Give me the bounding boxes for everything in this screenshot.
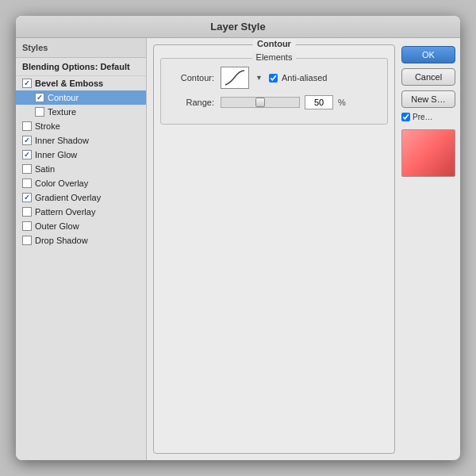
dialog-title: Layer Style [16, 16, 460, 38]
contour-section-title: Contour [252, 39, 296, 48]
range-slider-container: 50 % [221, 95, 346, 109]
inner-shadow-label: Inner Shadow [35, 136, 89, 145]
bevel-emboss-checkbox[interactable] [22, 79, 32, 88]
preview-thumbnail [401, 129, 455, 177]
contour-field-label: Contour: [171, 73, 214, 83]
inner-glow-checkbox[interactable] [22, 150, 32, 159]
pattern-overlay-checkbox[interactable] [22, 207, 32, 217]
dialog-right-buttons: OK Cancel New S… Pre… [401, 38, 460, 460]
middle-content: Contour Elements Contour: ▼ [147, 38, 401, 460]
texture-checkbox[interactable] [35, 107, 44, 117]
preview-checkbox[interactable] [401, 113, 410, 121]
color-overlay-label: Color Overlay [35, 178, 88, 188]
stroke-label: Stroke [35, 121, 60, 131]
anti-alias-row: Anti-aliased [269, 73, 327, 83]
contour-dropdown-arrow[interactable]: ▼ [255, 74, 263, 82]
range-value-input[interactable]: 50 [305, 95, 333, 109]
elements-label: Elements [252, 52, 297, 62]
inner-glow-label: Inner Glow [35, 150, 77, 159]
sidebar-item-contour[interactable]: Contour [16, 90, 146, 105]
outer-glow-checkbox[interactable] [22, 221, 32, 231]
gradient-overlay-label: Gradient Overlay [35, 193, 101, 202]
layer-style-dialog: Layer Style Styles Blending Options: Def… [16, 16, 460, 460]
sidebar-item-satin[interactable]: Satin [16, 162, 146, 176]
satin-label: Satin [35, 164, 55, 174]
sidebar-item-stroke[interactable]: Stroke [16, 119, 146, 133]
contour-preview-button[interactable] [221, 67, 249, 89]
blending-options-item[interactable]: Blending Options: Default [16, 58, 146, 76]
contour-row: Contour: ▼ Anti-aliased [171, 67, 378, 89]
sidebar-item-texture[interactable]: Texture [16, 105, 146, 119]
sidebar-item-inner-glow[interactable]: Inner Glow [16, 148, 146, 162]
range-label: Range: [171, 98, 214, 107]
dialog-body: Styles Blending Options: Default Bevel &… [16, 38, 460, 460]
outer-glow-label: Outer Glow [35, 221, 79, 231]
preview-row: Pre… [401, 113, 455, 121]
percent-sign: % [338, 98, 346, 107]
sidebar-item-gradient-overlay[interactable]: Gradient Overlay [16, 190, 146, 205]
inner-shadow-checkbox[interactable] [22, 136, 32, 145]
pattern-overlay-label: Pattern Overlay [35, 207, 95, 217]
sidebar-item-outer-glow[interactable]: Outer Glow [16, 219, 146, 233]
drop-shadow-label: Drop Shadow [35, 236, 88, 245]
sidebar-item-pattern-overlay[interactable]: Pattern Overlay [16, 205, 146, 219]
sidebar-item-drop-shadow[interactable]: Drop Shadow [16, 233, 146, 248]
gradient-overlay-checkbox[interactable] [22, 193, 32, 202]
range-row: Range: 50 % [171, 95, 378, 109]
styles-header: Styles [16, 38, 146, 58]
bevel-emboss-label: Bevel & Emboss [35, 79, 103, 88]
stroke-checkbox[interactable] [22, 121, 32, 131]
range-slider[interactable] [221, 97, 300, 108]
texture-label: Texture [48, 107, 76, 117]
layer-items-list: Bevel & Emboss Contour Texture Stroke In… [16, 76, 146, 460]
anti-aliased-checkbox[interactable] [269, 74, 278, 83]
satin-checkbox[interactable] [22, 164, 32, 174]
contour-label: Contour [48, 93, 79, 102]
elements-box: Elements Contour: ▼ [160, 58, 388, 125]
sidebar-item-inner-shadow[interactable]: Inner Shadow [16, 133, 146, 148]
preview-label: Pre… [413, 113, 433, 121]
anti-aliased-label: Anti-aliased [282, 73, 327, 83]
left-panel: Styles Blending Options: Default Bevel &… [16, 38, 147, 460]
sidebar-item-color-overlay[interactable]: Color Overlay [16, 176, 146, 190]
contour-section: Contour Elements Contour: ▼ [153, 44, 395, 454]
drop-shadow-checkbox[interactable] [22, 236, 32, 245]
cancel-button[interactable]: Cancel [401, 68, 455, 86]
color-overlay-checkbox[interactable] [22, 178, 32, 188]
ok-button[interactable]: OK [401, 46, 455, 63]
contour-checkbox[interactable] [35, 93, 44, 102]
new-style-button[interactable]: New S… [401, 90, 455, 108]
sidebar-item-bevel-emboss[interactable]: Bevel & Emboss [16, 76, 146, 90]
